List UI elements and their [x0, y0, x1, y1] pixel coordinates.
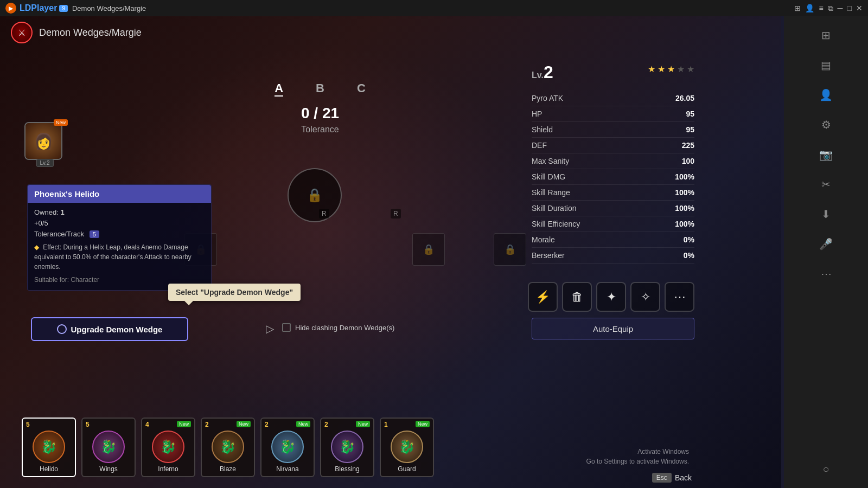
- stat-value: 95: [686, 125, 694, 134]
- inventory-item[interactable]: 4 New Inferno: [141, 418, 195, 477]
- item-icon: [271, 431, 304, 463]
- activation-line1: Activate Windows: [586, 447, 689, 457]
- skill-icon-5[interactable]: ⋯: [665, 282, 694, 312]
- stat-name: Pyro ATK: [532, 94, 563, 102]
- item-name: Blessing: [324, 465, 370, 473]
- tolerance-area: A B C 0 / 21 Tolerance: [201, 81, 439, 134]
- item-new-badge: New: [237, 421, 251, 427]
- stat-value: 100%: [675, 220, 694, 228]
- suitable-for: Suitable for: Character: [34, 276, 205, 284]
- skill-icon-1[interactable]: ⚡: [528, 282, 558, 312]
- menu-icon[interactable]: ≡: [819, 4, 823, 13]
- star-1: ★: [648, 64, 655, 74]
- esc-key[interactable]: Esc: [652, 473, 672, 483]
- stat-value: 225: [682, 141, 694, 150]
- sidebar-icon-cut[interactable]: ✂: [815, 174, 837, 195]
- hide-clashing-container[interactable]: Hide clashing Demon Wedge(s): [282, 323, 394, 332]
- sidebar-icon-list[interactable]: ▤: [815, 54, 837, 76]
- inventory-item[interactable]: 1 New Guard: [380, 418, 434, 477]
- upgrade-button[interactable]: Upgrade Demon Wedge: [31, 317, 188, 341]
- item-name: Wings: [86, 465, 131, 473]
- stat-row: Skill Efficiency100%: [532, 216, 694, 232]
- sidebar-icon-circle[interactable]: ○: [815, 458, 837, 480]
- level-prefix: Lv.: [532, 70, 544, 80]
- stats-list: Pyro ATK26.05HP95Shield95DEF225Max Sanit…: [532, 91, 694, 264]
- hide-clashing-checkbox[interactable]: [282, 323, 291, 332]
- skill-icon-3[interactable]: ✦: [596, 282, 626, 312]
- info-panel: Phoenix's Helido Owned: 1 +0/5 Tolerance…: [27, 184, 212, 291]
- skill-icon-4[interactable]: ✧: [630, 282, 660, 312]
- tab-a[interactable]: A: [275, 81, 283, 97]
- game-header: ⚔ Demon Wedges/Margie: [11, 22, 142, 43]
- game-title: Demon Wedges/Margie: [39, 27, 142, 38]
- settings-icon[interactable]: ⊞: [794, 4, 801, 13]
- lock-icon: 🔒: [307, 188, 323, 203]
- active-wedge-slot[interactable]: 🔒: [288, 168, 342, 222]
- upgrade-circle-icon: [57, 324, 67, 334]
- item-icon: [152, 431, 184, 463]
- minimize-button[interactable]: ─: [838, 4, 843, 13]
- stat-name: Morale: [532, 235, 555, 244]
- inventory-item[interactable]: 5 Wings: [81, 418, 136, 477]
- auto-equip-button[interactable]: Auto-Equip: [532, 318, 694, 339]
- slot-lock-2: 🔒: [423, 243, 435, 255]
- back-button[interactable]: Esc Back: [652, 473, 692, 483]
- app-name: LDPlayer: [20, 3, 57, 13]
- sidebar-icon-camera[interactable]: 📷: [815, 144, 837, 165]
- tab-c[interactable]: C: [357, 81, 366, 97]
- sidebar-icon-user[interactable]: 👤: [815, 84, 837, 106]
- wedge-slot-2[interactable]: 🔒: [412, 233, 445, 266]
- star-5: ★: [687, 64, 694, 74]
- character-icon: ⚔: [11, 22, 33, 43]
- inventory-item[interactable]: 5 Helido: [22, 418, 76, 477]
- inventory-item[interactable]: 2 New Blaze: [201, 418, 255, 477]
- hide-clashing-label: Hide clashing Demon Wedge(s): [295, 324, 394, 332]
- new-badge: New: [54, 119, 68, 126]
- resize-icon[interactable]: ⧉: [828, 4, 833, 13]
- item-icon: [331, 431, 363, 463]
- back-label: Back: [675, 473, 692, 482]
- stat-row: Max Sanity100: [532, 153, 694, 169]
- item-new-badge: New: [416, 421, 430, 427]
- stat-value: 26.05: [675, 94, 694, 102]
- stat-row: Skill Range100%: [532, 185, 694, 201]
- item-level: 5: [26, 421, 30, 428]
- slot-lock-3: 🔒: [504, 243, 516, 255]
- user-icon[interactable]: 👤: [805, 4, 814, 13]
- level-badge: Lv.2: [36, 159, 53, 167]
- stat-row: Skill DMG100%: [532, 169, 694, 185]
- item-icon: [33, 431, 65, 463]
- item-name: Blaze: [205, 465, 251, 473]
- stat-value: 95: [686, 110, 694, 118]
- character-portrait[interactable]: 👩 New Lv.2: [24, 122, 65, 163]
- maximize-button[interactable]: □: [847, 4, 852, 13]
- star-4: ★: [677, 64, 685, 74]
- sidebar-icon-download[interactable]: ⬇: [815, 203, 837, 225]
- inventory-item[interactable]: 2 New Nirvana: [260, 418, 315, 477]
- stat-name: HP: [532, 110, 542, 118]
- sidebar-icon-more[interactable]: ⋯: [815, 263, 837, 285]
- info-panel-title: Phoenix's Helido: [28, 185, 211, 203]
- star-3: ★: [667, 64, 675, 74]
- close-button[interactable]: ✕: [856, 4, 863, 13]
- windows-activation: Activate Windows Go to Settings to activ…: [586, 447, 689, 466]
- item-name: Nirvana: [265, 465, 310, 473]
- sidebar-icon-grid[interactable]: ⊞: [815, 24, 837, 46]
- skill-icon-2[interactable]: 🗑: [562, 282, 592, 312]
- inventory-item[interactable]: 2 New Blessing: [320, 418, 374, 477]
- wedge-slot-3[interactable]: 🔒: [494, 233, 526, 266]
- item-new-badge: New: [356, 421, 370, 427]
- upgrade-label: Upgrade Demon Wedge: [71, 325, 163, 334]
- item-new-badge: New: [177, 421, 191, 427]
- tab-b[interactable]: B: [316, 81, 324, 97]
- game-area: ⚔ Demon Wedges/Margie A B C 0 / 21 Toler…: [0, 16, 781, 488]
- sidebar-icon-mic[interactable]: 🎤: [815, 233, 837, 255]
- level-number: 2: [544, 62, 553, 82]
- activation-line2: Go to Settings to activate Windows.: [586, 457, 689, 466]
- stat-value: 100%: [675, 172, 694, 181]
- stat-name: Skill DMG: [532, 172, 565, 181]
- sidebar-icon-settings[interactable]: ⚙: [815, 114, 837, 136]
- stat-name: Skill Efficiency: [532, 220, 580, 228]
- stat-value: 100%: [675, 204, 694, 213]
- tolerance-tabs: A B C: [201, 81, 439, 97]
